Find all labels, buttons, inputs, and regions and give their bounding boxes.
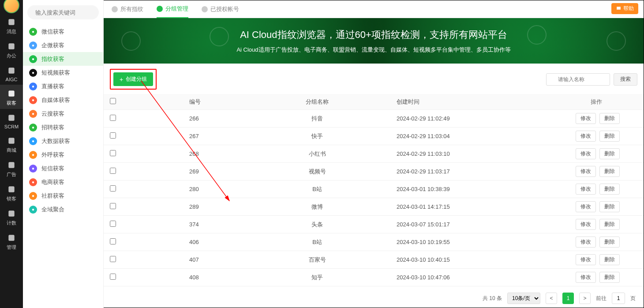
tab-icon xyxy=(157,6,163,12)
cell-id: 289 xyxy=(127,203,260,210)
sidebar: ●微信获客●企微获客●指纹获客●短视频获客●直播获客●自媒体获客●云搜获客●招聘… xyxy=(23,0,104,308)
tab-icon xyxy=(112,6,118,12)
delete-button[interactable]: 删除 xyxy=(599,148,620,159)
cell-time: 2024-03-01 14:17:15 xyxy=(374,203,511,210)
rail-item-3[interactable]: 获客 xyxy=(0,85,23,109)
edit-button[interactable]: 修改 xyxy=(576,166,596,177)
delete-button[interactable]: 删除 xyxy=(599,201,620,212)
delete-button[interactable]: 删除 xyxy=(599,219,620,230)
tab-0[interactable]: 所有指纹 xyxy=(112,0,143,18)
svg-rect-6 xyxy=(8,162,14,168)
edit-button[interactable]: 修改 xyxy=(576,131,596,142)
cell-name: 抖音 xyxy=(260,115,374,123)
svg-rect-5 xyxy=(8,138,14,143)
sidebar-search[interactable] xyxy=(27,5,99,19)
delete-button[interactable]: 删除 xyxy=(599,272,620,283)
sidebar-item-4[interactable]: ●直播获客 xyxy=(23,79,103,93)
sidebar-item-5[interactable]: ●自媒体获客 xyxy=(23,93,103,107)
annotation-highlight: 创建分组 xyxy=(110,69,157,90)
sidebar-item-6[interactable]: ●云搜获客 xyxy=(23,107,103,120)
edit-button[interactable]: 修改 xyxy=(576,272,596,283)
fingerprint-icon xyxy=(121,31,141,51)
edit-button[interactable]: 修改 xyxy=(576,219,596,230)
rail-item-4[interactable]: SCRM xyxy=(0,109,23,132)
row-checkbox[interactable] xyxy=(110,274,116,280)
tab-2[interactable]: 已授权帐号 xyxy=(202,0,239,18)
main-panel: 所有指纹分组管理已授权帐号 帮助 AI Cloud指纹浏览器，通过60+项指纹检… xyxy=(104,0,644,308)
sidebar-item-13[interactable]: ●全域聚合 xyxy=(23,203,103,216)
cell-id: 280 xyxy=(127,186,260,192)
sidebar-item-icon: ● xyxy=(29,124,37,131)
row-checkbox[interactable] xyxy=(110,150,116,156)
help-button[interactable]: 帮助 xyxy=(611,3,638,14)
delete-button[interactable]: 删除 xyxy=(599,237,620,248)
delete-button[interactable]: 删除 xyxy=(599,166,620,177)
page-1-button[interactable]: 1 xyxy=(562,293,574,304)
select-all-checkbox[interactable] xyxy=(110,98,116,104)
edit-button[interactable]: 修改 xyxy=(576,254,596,265)
cell-id: 408 xyxy=(127,274,260,281)
next-page-button[interactable]: > xyxy=(579,293,591,304)
create-group-button[interactable]: 创建分组 xyxy=(113,72,153,86)
rail-item-9[interactable]: 管理 xyxy=(0,229,23,253)
edit-button[interactable]: 修改 xyxy=(576,148,596,159)
rail-item-7[interactable]: 锁客 xyxy=(0,180,23,205)
search-button[interactable]: 搜索 xyxy=(614,73,637,86)
sidebar-item-9[interactable]: ●外呼获客 xyxy=(23,148,103,162)
cell-time: 2024-03-01 10:38:39 xyxy=(374,186,511,192)
page-size-select[interactable]: 10条/页 xyxy=(507,293,540,304)
row-checkbox[interactable] xyxy=(110,256,116,262)
cell-name: B站 xyxy=(260,238,374,246)
sidebar-item-7[interactable]: ●招聘获客 xyxy=(23,120,103,134)
sidebar-item-1[interactable]: ●企微获客 xyxy=(23,38,103,52)
cell-id: 266 xyxy=(127,115,260,122)
row-checkbox[interactable] xyxy=(110,185,116,192)
rail-item-6[interactable]: 广告 xyxy=(0,156,23,180)
edit-button[interactable]: 修改 xyxy=(576,201,596,212)
table-row: 374头条2024-03-07 15:01:17修改删除 xyxy=(104,216,644,233)
row-checkbox[interactable] xyxy=(110,203,116,209)
col-name-header: 分组名称 xyxy=(260,98,374,106)
name-search-input[interactable] xyxy=(546,73,610,86)
sidebar-item-icon: ● xyxy=(29,110,37,118)
rail-item-5[interactable]: 商城 xyxy=(0,132,23,156)
sidebar-item-3[interactable]: ●短视频获客 xyxy=(23,66,103,79)
svg-rect-9 xyxy=(8,235,14,240)
sidebar-search-input[interactable] xyxy=(35,9,109,16)
goto-label: 前往 xyxy=(596,295,607,302)
name-search-wrap xyxy=(546,73,610,86)
svg-rect-2 xyxy=(8,68,14,73)
avatar[interactable] xyxy=(4,0,19,13)
rail-item-0[interactable]: 消息 xyxy=(0,13,23,38)
sidebar-item-12[interactable]: ●社群获客 xyxy=(23,189,103,203)
cell-time: 2024-02-29 11:02:49 xyxy=(374,115,511,122)
tab-1[interactable]: 分组管理 xyxy=(157,0,188,18)
row-checkbox[interactable] xyxy=(110,115,116,121)
rail-item-2[interactable]: AIGC xyxy=(0,62,23,85)
delete-button[interactable]: 删除 xyxy=(599,184,620,195)
banner: AI Cloud指纹浏览器，通过60+项指纹检测，支持所有网站平台 Ai Clo… xyxy=(104,18,644,64)
cell-id: 267 xyxy=(127,133,260,139)
edit-button[interactable]: 修改 xyxy=(576,237,596,248)
sidebar-item-icon: ● xyxy=(29,165,37,173)
sidebar-item-icon: ● xyxy=(29,178,37,186)
edit-button[interactable]: 修改 xyxy=(576,184,596,195)
cell-name: 头条 xyxy=(260,221,374,229)
row-checkbox[interactable] xyxy=(110,221,116,227)
goto-page-input[interactable] xyxy=(612,293,625,304)
sidebar-item-10[interactable]: ●短信获客 xyxy=(23,162,103,175)
row-checkbox[interactable] xyxy=(110,132,116,139)
sidebar-item-0[interactable]: ●微信获客 xyxy=(23,25,103,38)
delete-button[interactable]: 删除 xyxy=(599,254,620,265)
rail-item-8[interactable]: 计数 xyxy=(0,205,23,229)
sidebar-item-11[interactable]: ●电商获客 xyxy=(23,175,103,189)
delete-button[interactable]: 删除 xyxy=(599,113,620,124)
rail-item-1[interactable]: 办公 xyxy=(0,38,23,62)
prev-page-button[interactable]: < xyxy=(546,293,557,304)
delete-button[interactable]: 删除 xyxy=(599,131,620,142)
sidebar-item-8[interactable]: ●大数据获客 xyxy=(23,134,103,148)
row-checkbox[interactable] xyxy=(110,238,116,244)
row-checkbox[interactable] xyxy=(110,168,116,174)
sidebar-item-2[interactable]: ●指纹获客 xyxy=(23,52,103,66)
edit-button[interactable]: 修改 xyxy=(576,113,596,124)
